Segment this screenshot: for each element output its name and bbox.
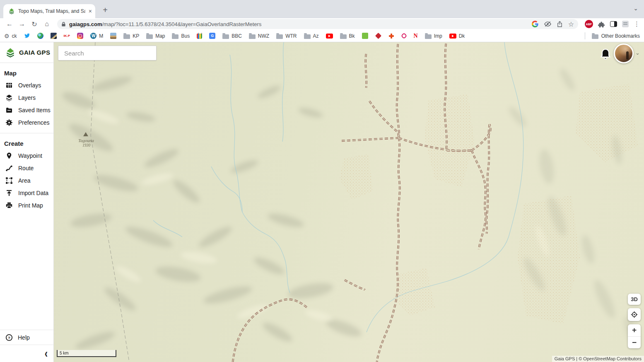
google-icon[interactable] [532, 21, 538, 27]
brand-name: GAIA GPS [19, 49, 50, 56]
section-header-create: Create [0, 133, 53, 150]
app-sidebar: GAIA GPS Map Overlays Layers Saved Items… [0, 42, 54, 362]
new-tab-button[interactable]: + [99, 4, 111, 16]
account-avatar[interactable] [614, 43, 634, 63]
back-button[interactable]: ← [4, 19, 15, 29]
bookmark-folder[interactable]: KP [123, 33, 139, 39]
bookmark-folder[interactable]: WTR [276, 33, 297, 39]
bookmark-gear[interactable]: ⚙ck [4, 33, 17, 39]
map-canvas[interactable]: Tagouna 1930 ⌄ 3D + − 5 km Gaia GPS | © … [54, 42, 644, 362]
sidebar-collapse-row: ‹ [0, 345, 53, 362]
peak-name: Tagouna [78, 138, 94, 143]
bookmark-wordpress[interactable]: WM [90, 33, 103, 39]
tab-search-chevron-icon[interactable]: ⌄ [633, 5, 638, 12]
tab-close-icon[interactable]: × [89, 8, 92, 14]
zoom-control: + − [628, 324, 641, 348]
overlays-icon [5, 82, 13, 89]
url-text: gaiagps.com/map/?loc=11.1/5.6378/24.3504… [69, 21, 261, 27]
tab-strip: Topo Maps, Trail Maps, and Sat × + ⌄ [0, 0, 644, 18]
zoom-in-button[interactable]: + [628, 324, 641, 337]
gaia-logo-icon [5, 47, 16, 58]
sidebar-item-layers[interactable]: Layers [0, 92, 53, 104]
sidebar-item-import-data[interactable]: Import Data [0, 187, 53, 199]
bookmarks-bar: ⚙ckIK.PWMKPMapBusGBBCNWZWTRAzBkNImpDk Ot… [0, 30, 644, 42]
other-bookmarks-button[interactable]: Other Bookmarks [592, 33, 640, 39]
saved-items-icon [5, 106, 13, 114]
sidebar-item-route[interactable]: Route [0, 162, 53, 174]
bookmark-twitter[interactable] [24, 33, 30, 39]
area-icon [5, 177, 13, 184]
route-icon [5, 164, 13, 172]
extension-icon[interactable] [622, 21, 629, 27]
address-bar[interactable]: gaiagps.com/map/?loc=11.1/5.6378/24.3504… [57, 19, 578, 29]
extensions-puzzle-icon[interactable] [598, 21, 605, 28]
zoom-out-button[interactable]: − [628, 337, 641, 349]
print-icon [5, 202, 13, 209]
share-icon[interactable] [557, 21, 562, 27]
bookmark-image-dark[interactable] [51, 33, 57, 39]
bookmark-folder[interactable]: NWZ [249, 33, 269, 39]
bookmark-folder[interactable]: Bk [340, 33, 355, 39]
svg-text:?: ? [8, 335, 10, 340]
bookmark-shopping-bag[interactable] [197, 33, 202, 39]
bookmark-list: ⚙ckIK.PWMKPMapBusGBBCNWZWTRAzBkNImpDk [4, 33, 465, 39]
sidebar-item-waypoint[interactable]: Waypoint [0, 150, 53, 162]
account-chevron-icon[interactable]: ⌄ [635, 50, 640, 56]
browser-toolbar: ← → ↻ ⌂ gaiagps.com/map/?loc=11.1/5.6378… [0, 18, 644, 30]
bookmark-red-cross[interactable] [388, 33, 394, 39]
map-terrain: Tagouna 1930 [54, 42, 644, 362]
bookmark-image-landscape[interactable] [110, 33, 116, 39]
bookmarks-divider [585, 32, 585, 39]
forward-button[interactable]: → [17, 19, 27, 29]
tab-title: Topo Maps, Trail Maps, and Sat [18, 8, 85, 14]
bookmark-green-square[interactable] [362, 33, 368, 39]
map-attribution: Gaia GPS | © OpenStreetMap Contributors [552, 356, 644, 362]
bookmark-translate[interactable]: G [209, 33, 215, 39]
bookmark-star-icon[interactable]: ☆ [568, 20, 574, 28]
peak-elevation: 1930 [82, 143, 90, 147]
gaia-logo[interactable]: GAIA GPS [0, 42, 53, 63]
bookmark-pink-clover[interactable] [401, 33, 407, 39]
bookmark-folder[interactable]: Bus [172, 33, 190, 39]
bookmark-globe[interactable] [37, 33, 43, 39]
chrome-menu-icon[interactable]: ⋮ [634, 20, 640, 28]
home-button[interactable]: ⌂ [41, 19, 52, 29]
section-header-map: Map [0, 63, 53, 79]
sidebar-item-area[interactable]: Area [0, 174, 53, 187]
bookmark-folder[interactable]: Az [304, 33, 319, 39]
adblock-extension-icon[interactable]: ABP [585, 20, 593, 28]
layers-icon [5, 94, 13, 101]
import-icon [5, 189, 13, 197]
sidebar-item-saved-items[interactable]: Saved Items [0, 104, 53, 116]
bookmark-youtube[interactable]: Dk [449, 33, 465, 39]
sidebar-item-help[interactable]: ? Help [0, 330, 53, 345]
sidebar-item-print-map[interactable]: Print Map [0, 199, 53, 212]
collapse-sidebar-chevron-icon[interactable]: ‹ [45, 348, 48, 360]
preferences-icon [5, 119, 13, 126]
locate-button[interactable] [628, 308, 641, 321]
bookmark-red-cube[interactable] [375, 33, 381, 39]
side-panel-icon[interactable] [610, 21, 617, 27]
sidebar-item-overlays[interactable]: Overlays [0, 79, 53, 92]
notifications-bell-icon[interactable] [600, 48, 611, 60]
bookmark-folder[interactable]: BBC [222, 33, 242, 39]
help-icon: ? [5, 334, 13, 341]
map-3d-button[interactable]: 3D [628, 294, 641, 305]
map-scale-bar: 5 km [57, 350, 116, 357]
bookmark-folder[interactable]: Imp [425, 33, 442, 39]
bookmark-folder[interactable]: Map [146, 33, 165, 39]
bookmark-youtube[interactable] [326, 33, 333, 39]
lock-icon [61, 22, 66, 27]
sidebar-item-preferences[interactable]: Preferences [0, 116, 53, 129]
gaia-favicon [8, 8, 15, 14]
browser-tab[interactable]: Topo Maps, Trail Maps, and Sat × [3, 4, 95, 18]
search-input[interactable] [58, 46, 157, 60]
locate-crosshair-icon [630, 311, 638, 319]
bookmark-instagram[interactable] [77, 33, 83, 39]
bookmark-netflix[interactable]: N [414, 33, 418, 39]
folder-icon [592, 34, 598, 39]
bookmark-ikp[interactable]: IK.P [64, 34, 70, 38]
eye-slash-icon[interactable] [544, 21, 551, 27]
waypoint-icon [5, 152, 13, 159]
reload-button[interactable]: ↻ [29, 19, 40, 29]
